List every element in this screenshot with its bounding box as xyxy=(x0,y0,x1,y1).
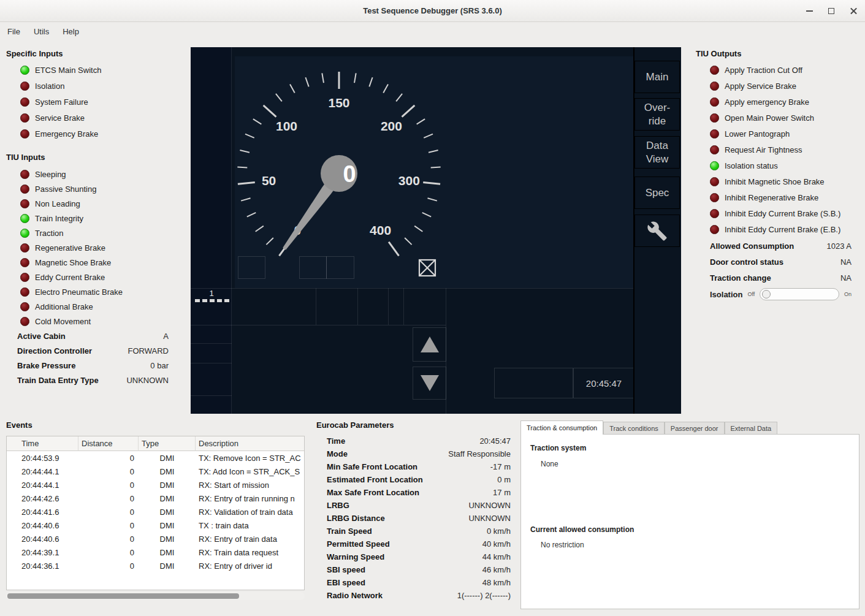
input-led-row[interactable]: Train Integrity xyxy=(20,211,123,226)
led-label: Inhibit Eddy Current Brake (E.B.) xyxy=(725,225,840,234)
event-description: TX: Add Icon = STR_ACK_S xyxy=(196,465,304,478)
tiu-inputs-list: Sleeping Passive Shunting Non Leading Tr… xyxy=(20,167,123,329)
eurocab-label: Radio Network xyxy=(327,591,383,600)
led-label: ETCS Main Switch xyxy=(35,66,101,75)
eurocab-row: Max Safe Front Location 17 m xyxy=(327,486,511,499)
input-led-row[interactable]: Emergency Brake xyxy=(20,126,101,142)
event-row[interactable]: 20:44:44.1 0 DMI TX: Add Icon = STR_ACK_… xyxy=(7,465,304,478)
slider-knob[interactable] xyxy=(762,290,771,298)
left-status-list: Active Cabin A Direction Controller FORW… xyxy=(17,329,169,387)
consumption-value: No restriction xyxy=(541,541,584,549)
event-row[interactable]: 20:44:40.6 0 DMI RX: Entry of train data xyxy=(7,532,304,546)
led-indicator-icon xyxy=(20,170,29,179)
led-label: Inhibit Regenerative Brake xyxy=(725,193,818,202)
output-value-row: Traction change NA xyxy=(710,270,852,286)
dmi-settings-button[interactable] xyxy=(634,215,680,247)
event-type: DMI xyxy=(139,478,196,492)
input-led-row[interactable]: Isolation xyxy=(20,78,101,94)
column-header-distance[interactable]: Distance xyxy=(78,436,139,451)
tab[interactable]: Traction & consumption xyxy=(520,420,603,435)
scrollbar-thumb[interactable] xyxy=(7,593,239,599)
event-row[interactable]: 20:44:53.9 0 DMI TX: Remove Icon = STR_A… xyxy=(7,451,304,465)
tab-content: Traction system None Current allowed con… xyxy=(520,434,859,609)
input-led-row[interactable]: Additional Brake xyxy=(20,299,123,314)
dmi-subarea-cell xyxy=(326,256,354,279)
event-time: 20:44:36.1 xyxy=(7,559,78,572)
input-led-row[interactable]: Service Brake xyxy=(20,110,101,126)
column-header-time[interactable]: Time xyxy=(7,436,78,451)
event-row[interactable]: 20:44:42.6 0 DMI RX: Entry of train runn… xyxy=(7,492,304,505)
column-header-description[interactable]: Description xyxy=(196,436,304,451)
eurocab-row: Time 20:45:47 xyxy=(327,435,511,447)
input-led-row[interactable]: Magnetic Shoe Brake xyxy=(20,255,123,270)
output-value: 1023 A xyxy=(827,241,852,251)
dmi-menu-button[interactable]: Spec xyxy=(634,177,680,209)
eurocab-label: Max Safe Front Location xyxy=(327,488,419,497)
input-led-row[interactable]: Passive Shunting xyxy=(20,181,123,196)
tab[interactable]: Track conditions xyxy=(603,422,665,435)
menu-item[interactable]: File xyxy=(7,27,20,36)
eurocab-label: Train Speed xyxy=(327,527,372,536)
event-row[interactable]: 20:44:39.1 0 DMI RX: Train data request xyxy=(7,546,304,559)
input-led-row[interactable]: Traction xyxy=(20,226,123,240)
eurocab-row: Warning Speed 44 km/h xyxy=(327,550,511,563)
events-horizontal-scrollbar[interactable] xyxy=(6,592,305,600)
close-button[interactable] xyxy=(848,6,859,17)
menu-item[interactable]: Utils xyxy=(34,27,49,36)
column-header-type[interactable]: Type xyxy=(139,436,196,451)
status-row: Direction Controller FORWARD xyxy=(17,343,169,358)
dmi-button-label-line2: View xyxy=(646,153,669,165)
tab-bar: Traction & consumption Track conditions … xyxy=(520,420,777,435)
led-label: Cold Movement xyxy=(35,317,91,326)
event-description: RX: Entry of train running n xyxy=(196,492,304,505)
input-led-row[interactable]: Cold Movement xyxy=(20,314,123,329)
led-label: Sleeping xyxy=(35,170,66,179)
grid-line xyxy=(403,288,404,325)
led-label: Lower Pantograph xyxy=(725,129,790,139)
dmi-subarea-cell xyxy=(299,256,327,279)
input-led-row[interactable]: Sleeping xyxy=(20,167,123,181)
led-indicator-icon xyxy=(710,97,719,107)
event-description: RX: Train data request xyxy=(196,546,304,559)
event-row[interactable]: 20:44:44.1 0 DMI RX: Start of mission xyxy=(7,478,304,492)
status-value: 0 bar xyxy=(150,361,169,370)
output-led-row: Inhibit Regenerative Brake xyxy=(710,189,840,205)
minimize-button[interactable] xyxy=(804,6,815,17)
output-led-row: Apply Service Brake xyxy=(710,78,840,94)
dmi-menu-button[interactable]: Over- ride xyxy=(634,98,680,131)
input-led-row[interactable]: Electro Pneumatic Brake xyxy=(20,284,123,299)
output-label: Traction change xyxy=(710,273,771,283)
input-led-row[interactable]: System Failure xyxy=(20,94,101,110)
dmi-display: 0501001502003004000 1 xyxy=(191,47,681,414)
menu-item[interactable]: Help xyxy=(63,27,79,36)
event-row[interactable]: 20:44:40.6 0 DMI TX : train data xyxy=(7,519,304,532)
dmi-button-label-line1: Data xyxy=(646,139,668,152)
dmi-menu-button[interactable]: Main xyxy=(634,61,680,93)
eurocab-value: 40 km/h xyxy=(482,539,511,549)
maximize-button[interactable] xyxy=(826,6,837,17)
input-led-row[interactable]: ETCS Main Switch xyxy=(20,62,101,78)
input-led-row[interactable]: Regenerative Brake xyxy=(20,240,123,255)
event-type: DMI xyxy=(139,505,196,519)
output-value-row: Door control status NA xyxy=(710,254,852,270)
status-row: Train Data Entry Type UNKNOWN xyxy=(17,373,169,387)
event-type: DMI xyxy=(139,546,196,559)
led-indicator-icon xyxy=(20,129,29,139)
tab[interactable]: External Data xyxy=(725,422,778,435)
window-title: Test Sequence Debugger (SRS 3.6.0) xyxy=(363,6,502,15)
tab[interactable]: Passenger door xyxy=(665,422,725,435)
input-led-row[interactable]: Eddy Current Brake xyxy=(20,270,123,284)
event-row[interactable]: 20:44:41.6 0 DMI RX: Validation of train… xyxy=(7,505,304,519)
event-row[interactable]: 20:44:36.1 0 DMI RX: Entry of driver id xyxy=(7,559,304,572)
scroll-up-button[interactable] xyxy=(413,327,446,362)
input-led-row[interactable]: Non Leading xyxy=(20,196,123,211)
dmi-clock: 20:45:47 xyxy=(573,368,634,398)
led-indicator-icon xyxy=(20,97,29,107)
isolation-slider[interactable] xyxy=(760,288,839,300)
event-type: DMI xyxy=(139,532,196,546)
events-header: Time Distance Type Description xyxy=(7,436,304,451)
led-indicator-icon xyxy=(710,113,719,123)
dmi-menu-button[interactable]: Data View xyxy=(634,136,680,169)
scroll-down-button[interactable] xyxy=(413,367,446,400)
status-label: Brake Pressure xyxy=(17,361,75,370)
